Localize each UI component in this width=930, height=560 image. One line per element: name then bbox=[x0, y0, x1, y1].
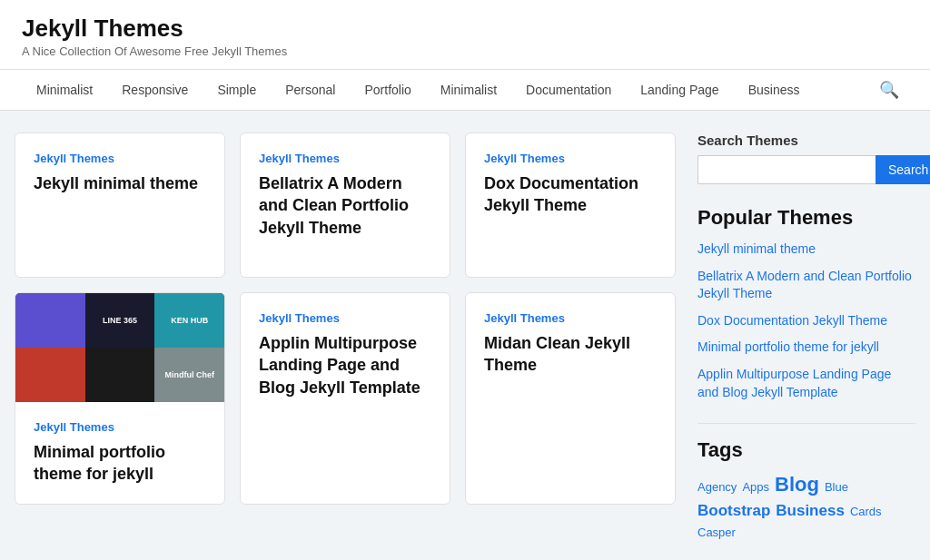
card[interactable]: Jekyll ThemesBellatrix A Modern and Clea… bbox=[240, 133, 450, 278]
tag-link[interactable]: Casper bbox=[698, 526, 736, 539]
image-cell: KEN HUB bbox=[154, 293, 224, 348]
card-category: Jekyll Themes bbox=[34, 420, 206, 434]
card-title: Dox Documentation Jekyll Theme bbox=[484, 172, 657, 217]
card[interactable]: Jekyll ThemesDox Documentation Jekyll Th… bbox=[465, 133, 676, 278]
sidebar: Search Themes Search Popular Themes Jeky… bbox=[698, 133, 915, 560]
card-title: Midan Clean Jekyll Theme bbox=[484, 332, 657, 377]
card-title: Minimal portfolio theme for jekyll bbox=[34, 441, 206, 486]
nav-link[interactable]: Business bbox=[734, 70, 815, 110]
popular-link[interactable]: Bellatrix A Modern and Clean Portfolio J… bbox=[698, 268, 915, 303]
tags-title: Tags bbox=[698, 438, 915, 462]
search-section: Search Themes Search bbox=[698, 133, 915, 184]
image-cell bbox=[15, 293, 85, 348]
card-category: Jekyll Themes bbox=[484, 311, 657, 325]
nav-link[interactable]: Landing Page bbox=[626, 70, 733, 110]
site-title: Jekyll Themes bbox=[22, 15, 908, 43]
card[interactable]: Jekyll ThemesApplin Multipurpose Landing… bbox=[240, 292, 450, 505]
card-title: Applin Multipurpose Landing Page and Blo… bbox=[259, 332, 431, 398]
card[interactable]: LINE 365KEN HUBMindful ChefJekyll Themes… bbox=[15, 292, 225, 505]
card-title: Bellatrix A Modern and Clean Portfolio J… bbox=[259, 172, 431, 239]
site-header: Jekyll Themes A Nice Collection Of Aweso… bbox=[0, 0, 930, 70]
search-label: Search Themes bbox=[698, 133, 915, 148]
site-tagline: A Nice Collection Of Awesome Free Jekyll… bbox=[22, 44, 908, 58]
tag-link[interactable]: Agency bbox=[698, 480, 737, 494]
card[interactable]: Jekyll ThemesMidan Clean Jekyll Theme bbox=[465, 292, 676, 505]
popular-links: Jekyll minimal themeBellatrix A Modern a… bbox=[698, 241, 915, 401]
search-icon[interactable]: 🔍 bbox=[870, 71, 908, 109]
card-image: LINE 365KEN HUBMindful Chef bbox=[15, 293, 224, 402]
popular-link[interactable]: Dox Documentation Jekyll Theme bbox=[698, 312, 915, 330]
card-category: Jekyll Themes bbox=[259, 152, 431, 165]
image-cell bbox=[85, 348, 155, 402]
popular-link[interactable]: Jekyll minimal theme bbox=[698, 241, 915, 259]
popular-section: Popular Themes Jekyll minimal themeBella… bbox=[698, 206, 915, 401]
page-wrapper: Jekyll ThemesJekyll minimal themeJekyll … bbox=[0, 111, 930, 560]
search-row: Search bbox=[698, 155, 915, 184]
divider bbox=[698, 423, 915, 424]
nav-link[interactable]: Documentation bbox=[511, 70, 626, 110]
nav-link[interactable]: Portfolio bbox=[350, 70, 425, 110]
tag-link[interactable]: Bootstrap bbox=[698, 502, 770, 520]
nav-link[interactable]: Minimalist bbox=[426, 70, 511, 110]
card-category: Jekyll Themes bbox=[484, 152, 657, 165]
card[interactable]: Jekyll ThemesJekyll minimal theme bbox=[15, 133, 225, 278]
card-content: Jekyll ThemesMinimal portfolio theme for… bbox=[15, 402, 224, 504]
image-cell: LINE 365 bbox=[85, 293, 155, 348]
popular-link[interactable]: Minimal portfolio theme for jekyll bbox=[698, 339, 915, 357]
image-cell: Mindful Chef bbox=[154, 348, 224, 402]
popular-title: Popular Themes bbox=[698, 206, 915, 230]
card-grid: Jekyll ThemesJekyll minimal themeJekyll … bbox=[15, 133, 676, 505]
nav-link[interactable]: Responsive bbox=[107, 70, 203, 110]
card-category: Jekyll Themes bbox=[259, 311, 431, 325]
tags-section: Tags AgencyAppsBlogBlueBootstrapBusiness… bbox=[698, 438, 915, 539]
card-category: Jekyll Themes bbox=[34, 152, 206, 165]
tag-link[interactable]: Blog bbox=[775, 473, 819, 496]
tag-link[interactable]: Cards bbox=[850, 505, 882, 518]
main-nav: MinimalistResponsiveSimplePersonalPortfo… bbox=[0, 70, 930, 111]
image-cell bbox=[15, 348, 85, 402]
main-content: Jekyll ThemesJekyll minimal themeJekyll … bbox=[15, 133, 676, 560]
popular-link[interactable]: Applin Multipurpose Landing Page and Blo… bbox=[698, 366, 915, 401]
tag-link[interactable]: Blue bbox=[825, 480, 848, 494]
nav-links: MinimalistResponsiveSimplePersonalPortfo… bbox=[22, 70, 814, 110]
nav-link[interactable]: Minimalist bbox=[22, 70, 107, 110]
search-button[interactable]: Search bbox=[876, 155, 930, 184]
nav-link[interactable]: Simple bbox=[203, 70, 271, 110]
search-input[interactable] bbox=[698, 155, 876, 184]
tags-row: AgencyAppsBlogBlueBootstrapBusinessCards… bbox=[698, 473, 915, 539]
tag-link[interactable]: Apps bbox=[742, 480, 769, 494]
tag-link[interactable]: Business bbox=[776, 502, 845, 520]
nav-link[interactable]: Personal bbox=[271, 70, 350, 110]
card-title: Jekyll minimal theme bbox=[34, 172, 206, 194]
